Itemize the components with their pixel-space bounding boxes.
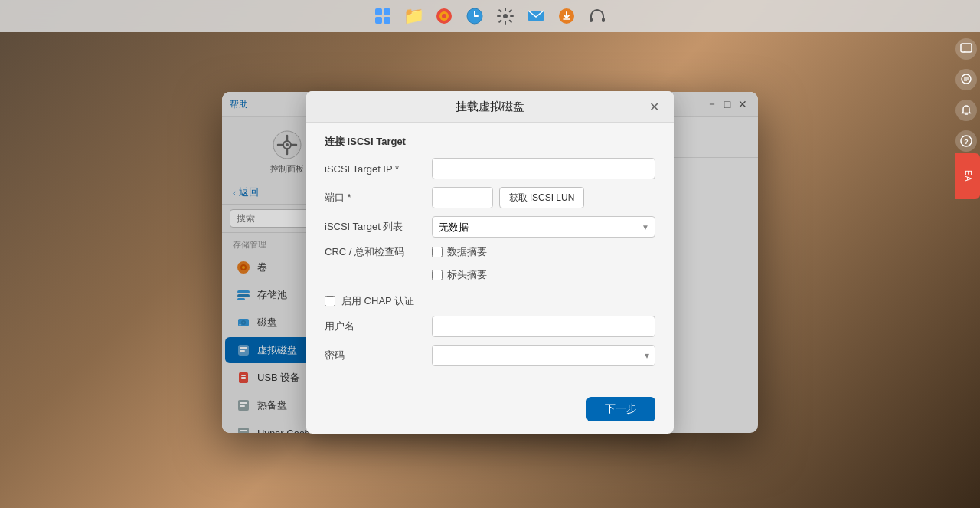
svg-rect-14 bbox=[590, 18, 593, 22]
iscsi-section-title: 连接 iSCSI Target bbox=[325, 135, 655, 149]
framesync-icon[interactable] bbox=[432, 4, 456, 28]
fetch-lun-button[interactable]: 获取 iSCSI LUN bbox=[499, 187, 584, 208]
chap-checkbox[interactable] bbox=[325, 296, 335, 306]
header-digest-checkbox[interactable] bbox=[432, 270, 443, 280]
mail-icon[interactable] bbox=[524, 4, 548, 28]
target-list-select[interactable]: 无数据 bbox=[432, 216, 655, 238]
eye-icon[interactable]: ▾ bbox=[645, 350, 649, 361]
svg-rect-1 bbox=[384, 8, 390, 15]
port-input[interactable]: 3260 bbox=[432, 187, 493, 208]
target-list-wrapper: 无数据 ▼ bbox=[432, 216, 655, 238]
settings-icon[interactable] bbox=[493, 4, 518, 28]
dialog-body: 连接 iSCSI Target iSCSI Target IP * 端口 * 3… bbox=[306, 123, 674, 389]
password-label: 密码 bbox=[325, 349, 424, 362]
svg-rect-52 bbox=[961, 44, 972, 52]
password-input[interactable] bbox=[432, 345, 655, 366]
port-controls: 3260 获取 iSCSI LUN bbox=[432, 187, 655, 208]
header-digest-label: 标头摘要 bbox=[447, 268, 487, 282]
password-row: 密码 ▾ bbox=[325, 345, 655, 366]
dialog-titlebar: 挂载虚拟磁盘 ✕ bbox=[306, 91, 674, 123]
target-list-label: iSCSI Target 列表 bbox=[325, 220, 424, 234]
data-digest-checkbox[interactable] bbox=[432, 247, 443, 257]
files-icon[interactable]: 📁 bbox=[401, 4, 426, 28]
port-label: 端口 * bbox=[325, 191, 424, 205]
username-label: 用户名 bbox=[325, 320, 424, 333]
username-input[interactable] bbox=[432, 316, 655, 337]
svg-point-10 bbox=[503, 14, 508, 18]
taskbar: 📁 bbox=[0, 0, 980, 32]
headphone-icon[interactable] bbox=[585, 4, 609, 28]
help-button[interactable]: ? bbox=[956, 130, 977, 152]
target-list-row: iSCSI Target 列表 无数据 ▼ bbox=[325, 216, 655, 238]
iscsi-ip-label: iSCSI Target IP * bbox=[325, 163, 424, 175]
dialog-close-button[interactable]: ✕ bbox=[646, 99, 662, 114]
svg-point-6 bbox=[442, 14, 446, 18]
svg-rect-15 bbox=[602, 18, 605, 22]
svg-rect-3 bbox=[384, 17, 390, 24]
username-row: 用户名 bbox=[325, 316, 655, 337]
iscsi-ip-input[interactable] bbox=[432, 158, 655, 179]
data-digest-row: 数据摘要 bbox=[432, 245, 487, 259]
comment-button[interactable] bbox=[956, 69, 977, 90]
chap-row: 启用 CHAP 认证 bbox=[325, 294, 655, 308]
download-manager-icon[interactable] bbox=[554, 4, 579, 28]
crc-row: CRC / 总和检查码 数据摘要 标头摘要 bbox=[325, 245, 655, 287]
iscsi-ip-row: iSCSI Target IP * bbox=[325, 158, 655, 179]
data-digest-label: 数据摘要 bbox=[447, 245, 487, 259]
ea-button[interactable]: EA bbox=[956, 153, 980, 199]
password-wrapper: ▾ bbox=[432, 345, 655, 366]
svg-rect-2 bbox=[375, 17, 382, 24]
dialog-title: 挂载虚拟磁盘 bbox=[334, 100, 646, 114]
clock-icon[interactable] bbox=[462, 4, 487, 28]
notification-button[interactable] bbox=[956, 100, 977, 121]
crc-label: CRC / 总和检查码 bbox=[325, 245, 424, 259]
right-panel: ? bbox=[952, 32, 980, 158]
svg-text:?: ? bbox=[964, 138, 969, 146]
chat-button[interactable] bbox=[956, 38, 977, 60]
multitasking-icon[interactable] bbox=[371, 4, 395, 28]
header-digest-row: 标头摘要 bbox=[432, 268, 487, 282]
mount-virtual-disk-dialog: 挂载虚拟磁盘 ✕ 连接 iSCSI Target iSCSI Target IP… bbox=[306, 91, 674, 434]
next-button[interactable]: 下一步 bbox=[586, 397, 655, 421]
port-row: 端口 * 3260 获取 iSCSI LUN bbox=[325, 187, 655, 208]
chap-label: 启用 CHAP 认证 bbox=[341, 294, 414, 308]
dialog-footer: 下一步 bbox=[306, 389, 674, 434]
dialog-overlay: 挂载虚拟磁盘 ✕ 连接 iSCSI Target iSCSI Target IP… bbox=[222, 92, 758, 433]
svg-rect-0 bbox=[375, 8, 382, 15]
